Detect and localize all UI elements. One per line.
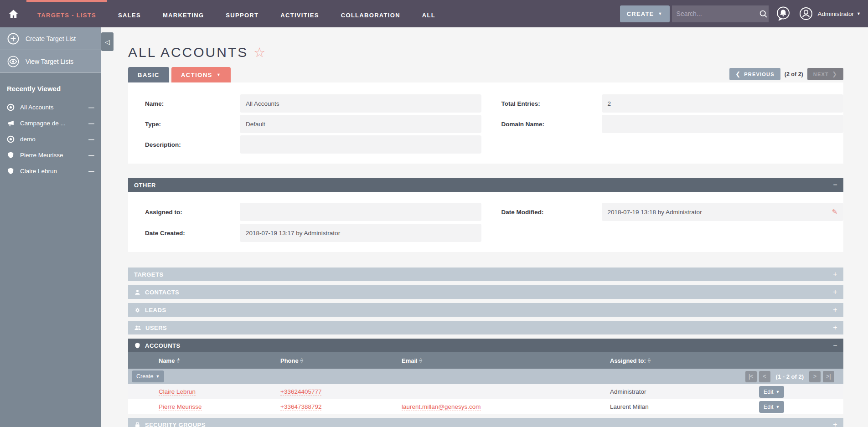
remove-recent-icon[interactable]: —: [88, 136, 94, 143]
users-icon: [134, 324, 141, 331]
collapse-panel-icon[interactable]: −: [833, 181, 837, 189]
row-edit-button[interactable]: Edit ▼: [759, 401, 784, 413]
first-page-button[interactable]: |<: [745, 371, 757, 382]
create-button[interactable]: CREATE ▼: [620, 5, 670, 22]
sidebar-action-label: View Target Lists: [26, 58, 73, 65]
nav-tab-activities[interactable]: ACTIVITIES: [269, 0, 330, 27]
nav-tab-sales[interactable]: SALES: [107, 0, 152, 27]
name-field-label: Name:: [128, 100, 240, 107]
remove-recent-icon[interactable]: —: [88, 104, 94, 111]
favorite-star-icon[interactable]: ☆: [253, 46, 265, 59]
last-page-button[interactable]: >|: [823, 371, 834, 382]
other-panel-header[interactable]: OTHER −: [128, 178, 843, 192]
accounts-panel-header[interactable]: ACCOUNTS −: [128, 339, 843, 352]
account-name-link[interactable]: Claire Lebrun: [159, 388, 196, 396]
search-icon[interactable]: [759, 10, 768, 18]
recent-item-demo[interactable]: demo —: [0, 131, 101, 147]
nav-tab-support[interactable]: SUPPORT: [215, 0, 269, 27]
leads-panel-title: LEADS: [145, 307, 166, 314]
account-email-link[interactable]: laurent.millan@genesys.com: [402, 403, 481, 411]
row-edit-button[interactable]: Edit ▼: [759, 386, 784, 398]
contacts-panel-header[interactable]: CONTACTS +: [128, 285, 843, 299]
next-page-button[interactable]: >: [809, 371, 821, 382]
date-created-field-value: 2018-07-19 13:17 by Administrator: [240, 224, 481, 242]
nav-tab-all[interactable]: ALL: [411, 0, 446, 27]
sidebar-create-target-list[interactable]: Create Target List: [0, 27, 101, 50]
remove-recent-icon[interactable]: —: [88, 168, 94, 175]
nav-tab-targets-lists[interactable]: TARGETS - LISTS: [26, 0, 107, 27]
account-phone-link[interactable]: +33624405777: [280, 388, 321, 396]
remove-recent-icon[interactable]: —: [88, 120, 94, 127]
home-icon: [8, 9, 19, 19]
user-menu-button[interactable]: [798, 5, 814, 22]
expand-panel-icon[interactable]: +: [833, 421, 837, 427]
users-panel-header[interactable]: USERS +: [128, 321, 843, 334]
record-position: (2 of 2): [785, 71, 803, 77]
accounts-create-label: Create: [136, 373, 154, 380]
account-name-link[interactable]: Pierre Meurisse: [159, 403, 202, 411]
leads-panel-header[interactable]: LEADS +: [128, 303, 843, 317]
expand-panel-icon[interactable]: +: [833, 306, 837, 314]
assigned-to-field-label: Assigned to:: [128, 209, 240, 216]
edit-pencil-icon[interactable]: ✎: [832, 208, 837, 216]
contacts-panel-title: CONTACTS: [145, 289, 179, 296]
lead-icon: [134, 307, 141, 314]
accounts-create-button[interactable]: Create ▼: [132, 370, 164, 382]
sidebar-view-target-lists[interactable]: View Target Lists: [0, 50, 101, 73]
account-assigned-cell: Laurent Millan: [610, 403, 649, 410]
recent-item-all-accounts[interactable]: All Accounts —: [0, 99, 101, 115]
edit-label: Edit: [764, 404, 774, 410]
account-assigned-cell: Administrator: [610, 388, 646, 395]
user-avatar-icon: [798, 5, 814, 22]
assigned-to-field-value[interactable]: [240, 203, 481, 221]
search-input[interactable]: [677, 10, 759, 17]
recently-viewed-title: Recently Viewed: [0, 73, 101, 99]
home-button[interactable]: [0, 0, 26, 27]
description-field-value[interactable]: [240, 135, 481, 154]
recent-item-pierre-meurisse[interactable]: Pierre Meurisse —: [0, 147, 101, 163]
account-phone-link[interactable]: +33647388792: [280, 403, 321, 411]
expand-panel-icon[interactable]: +: [833, 324, 837, 332]
expand-panel-icon[interactable]: +: [833, 288, 837, 296]
targets-panel-header[interactable]: TARGETS +: [128, 268, 843, 281]
contact-icon: [134, 289, 141, 296]
domain-name-field-value[interactable]: [602, 115, 844, 133]
create-button-label: CREATE: [627, 10, 654, 17]
sort-column-phone[interactable]: Phone △▽: [280, 357, 402, 364]
nav-tab-marketing[interactable]: MARKETING: [152, 0, 215, 27]
remove-recent-icon[interactable]: —: [88, 152, 94, 159]
date-modified-field-label: Date Modified:: [486, 209, 602, 216]
accounts-list-toolbar: Create ▼ |< < (1 - 2 of 2) > >|: [128, 369, 843, 384]
expand-panel-icon[interactable]: +: [833, 270, 837, 278]
date-modified-text: 2018-07-19 13:18 by Administrator: [608, 209, 702, 216]
prev-page-button[interactable]: <: [759, 371, 770, 382]
recent-item-claire-lebrun[interactable]: Claire Lebrun —: [0, 163, 101, 179]
basic-tab-button[interactable]: BASIC: [128, 67, 169, 82]
type-field-value[interactable]: Default: [240, 115, 481, 133]
security-groups-panel-header[interactable]: SECURITY GROUPS +: [128, 418, 843, 427]
sort-column-email[interactable]: Email △▽: [402, 357, 610, 364]
user-menu[interactable]: Administrator ▼: [818, 10, 861, 17]
name-field-value[interactable]: All Accounts: [240, 94, 481, 113]
targets-panel-title: TARGETS: [134, 271, 164, 278]
notifications-button[interactable]: [775, 5, 791, 22]
sort-arrows-icon: △▽: [419, 358, 422, 364]
page-title: ALL ACCOUNTS: [128, 45, 248, 60]
chevron-down-icon: ▼: [217, 72, 221, 77]
domain-name-field-label: Domain Name:: [486, 121, 602, 128]
sort-column-assigned[interactable]: Assigned to: △▽: [610, 357, 759, 364]
chevron-left-icon: ❮: [735, 71, 741, 77]
previous-record-button[interactable]: ❮ PREVIOUS: [729, 68, 780, 80]
sidebar: Create Target List View Target Lists Rec…: [0, 27, 101, 427]
collapse-panel-icon[interactable]: −: [833, 341, 837, 350]
chevron-right-icon: ❯: [832, 71, 837, 77]
nav-tab-collaboration[interactable]: COLLABORATION: [330, 0, 411, 27]
lock-icon: [134, 422, 141, 427]
sidebar-collapse-button[interactable]: ◁: [101, 32, 114, 51]
recent-item-label: Claire Lebrun: [20, 168, 57, 175]
top-nav-right: CREATE ▼: [620, 5, 868, 22]
sort-column-name[interactable]: Name ▲▽: [159, 357, 280, 364]
recent-item-campagne[interactable]: Campagne de ... —: [0, 115, 101, 131]
next-record-button[interactable]: NEXT ❯: [807, 68, 843, 80]
actions-dropdown-button[interactable]: ACTIONS ▼: [171, 67, 231, 82]
